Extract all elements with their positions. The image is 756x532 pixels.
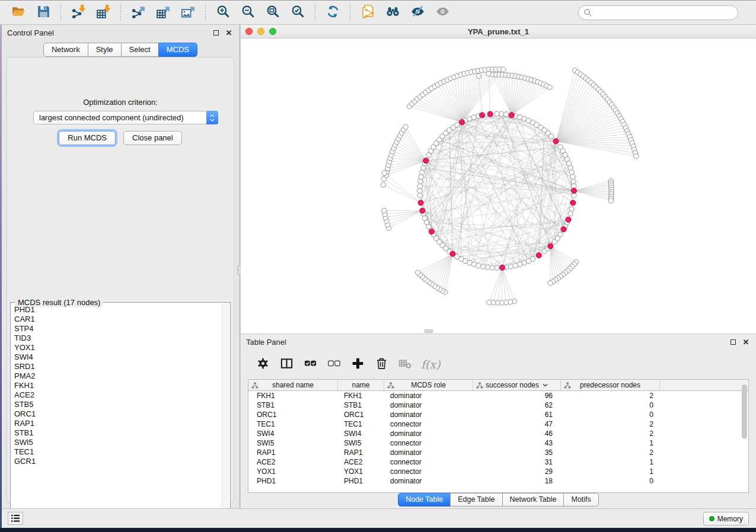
zoom-in-button[interactable] [213, 4, 233, 21]
zoom-out-button[interactable] [238, 4, 258, 21]
delete-table-button[interactable] [395, 355, 415, 374]
delete-table-icon [398, 357, 412, 373]
import-table-button[interactable] [93, 4, 113, 21]
mcds-result-item[interactable]: GCR1 [14, 457, 221, 466]
tab-edge-table[interactable]: Edge Table [450, 493, 502, 507]
mcds-result-item[interactable]: SWI4 [14, 352, 221, 362]
cell-successor-nodes: 18 [473, 476, 561, 486]
tab-select[interactable]: Select [121, 43, 159, 57]
table-row[interactable]: FKH1FKH1dominator962 [248, 391, 748, 400]
mcds-result-item[interactable]: STB1 [14, 428, 221, 438]
zoom-selected-icon [291, 4, 305, 21]
mcds-result-item[interactable]: SRD1 [14, 362, 221, 371]
mcds-result-item[interactable]: TEC1 [14, 447, 221, 457]
tab-node-table[interactable]: Node Table [398, 493, 451, 507]
run-mcds-button[interactable]: Run MCDS [59, 131, 116, 145]
mcds-result-item[interactable]: ORC1 [14, 409, 221, 419]
mcds-result-item[interactable]: RAP1 [14, 419, 221, 428]
column-header-name[interactable]: name [338, 380, 384, 390]
optimization-criterion-select[interactable]: largest connected component (undirected) [33, 111, 218, 124]
show-all-button[interactable] [432, 4, 452, 21]
column-header-shared-name[interactable]: shared name [248, 380, 338, 390]
task-history-button[interactable] [8, 512, 23, 525]
cell-predecessor-nodes: 2 [561, 391, 660, 400]
mcds-result-item[interactable]: PHD1 [14, 305, 221, 315]
table-row[interactable]: RAP1RAP1dominator352 [248, 448, 748, 457]
table-row[interactable]: TEC1TEC1connector472 [248, 419, 748, 429]
table-row[interactable]: PHD1PHD1dominator180 [248, 476, 748, 486]
zoom-selected-button[interactable] [288, 4, 308, 21]
column-header-predecessor-nodes[interactable]: predecessor nodes [561, 380, 660, 390]
hide-selected-button[interactable] [407, 4, 428, 21]
tab-motifs[interactable]: Motifs [563, 493, 598, 507]
binoculars-icon [385, 4, 400, 21]
tab-mcds[interactable]: MCDS [158, 43, 197, 57]
delete-column-button[interactable] [371, 355, 391, 374]
main-toolbar [0, 0, 756, 25]
tab-network[interactable]: Network [43, 43, 88, 57]
checked-boxes-icon [304, 357, 317, 373]
search-input[interactable] [592, 7, 738, 19]
tab-style[interactable]: Style [88, 43, 122, 57]
export-image-button[interactable] [178, 4, 198, 21]
open-file-button[interactable] [8, 4, 28, 21]
search-icon [583, 8, 592, 17]
table-scrollbar[interactable] [742, 384, 747, 439]
zoom-fit-button[interactable] [263, 4, 283, 21]
mcds-list-scrollbar[interactable] [222, 303, 229, 519]
network-canvas[interactable] [241, 39, 756, 334]
unselect-all-columns-button[interactable] [324, 355, 344, 374]
mcds-result-item[interactable]: TID3 [14, 334, 221, 343]
column-header-MCDS-role[interactable]: MCDS role [384, 380, 473, 390]
table-row[interactable]: SWI5SWI5connector431 [248, 438, 748, 448]
table-row[interactable]: ACE2ACE2connector311 [248, 457, 748, 467]
float-panel-button[interactable] [211, 28, 221, 37]
cell-successor-nodes: 62 [473, 400, 561, 410]
mcds-result-item[interactable]: STP4 [14, 324, 221, 334]
mcds-result-item[interactable]: SWI5 [14, 438, 221, 447]
table-row[interactable]: STB1STB1dominator620 [248, 400, 748, 410]
refresh-arrows-icon [326, 4, 340, 21]
export-network-button[interactable] [128, 4, 148, 21]
export-table-button[interactable] [153, 4, 173, 21]
cell-name: RAP1 [338, 448, 384, 457]
cytoscape-window: Control Panel ✕ NetworkStyleSelectMCDS O… [0, 0, 756, 528]
mcds-result-item[interactable]: YOX1 [14, 343, 221, 352]
close-table-panel-button[interactable]: ✕ [741, 337, 751, 347]
import-network-icon [71, 4, 86, 21]
cell-MCDS-role: dominator [384, 400, 473, 410]
table-row[interactable]: SWI4SWI4dominator462 [248, 429, 748, 438]
mcds-result-item[interactable]: PMA2 [14, 371, 221, 381]
mcds-result-item[interactable]: FKH1 [14, 381, 221, 390]
mcds-result-item[interactable]: ACE2 [14, 390, 221, 400]
mcds-result-item[interactable]: STB5 [14, 400, 221, 409]
floppy-save-icon [36, 4, 51, 21]
save-session-button[interactable] [33, 4, 53, 21]
mcds-result-item[interactable]: CAR1 [14, 315, 221, 324]
close-mcds-panel-button[interactable]: Close panel [123, 131, 182, 145]
table-row[interactable]: ORC1ORC1dominator610 [248, 410, 748, 419]
table-row[interactable]: YOX1YOX1connector291 [248, 467, 748, 476]
table-settings-button[interactable] [253, 355, 273, 374]
new-network-from-selection-button[interactable] [358, 4, 378, 21]
table-tabbar: Node TableEdge TableNetwork TableMotifs [241, 493, 756, 507]
import-network-button[interactable] [68, 4, 88, 21]
control-panel-title: Control Panel [7, 28, 54, 37]
table-splitter-handle[interactable] [425, 329, 433, 333]
select-all-columns-button[interactable] [300, 355, 320, 374]
add-column-button[interactable] [347, 355, 368, 374]
desktop-wallpaper-edge [0, 25, 2, 528]
apply-layout-button[interactable] [323, 4, 343, 21]
search-network-button[interactable] [382, 4, 403, 21]
float-table-panel-button[interactable] [728, 337, 738, 347]
split-panel-button[interactable] [276, 355, 296, 374]
tab-network-table[interactable]: Network Table [502, 493, 564, 507]
memory-button[interactable]: Memory [703, 512, 749, 525]
column-header-successor-nodes[interactable]: successor nodes [473, 380, 561, 390]
function-builder-button[interactable]: f(x) [419, 358, 441, 371]
cell-shared-name: SWI5 [248, 438, 338, 448]
split-panel-icon [280, 357, 294, 373]
close-panel-button[interactable]: ✕ [224, 28, 234, 37]
cell-shared-name: ORC1 [248, 410, 338, 419]
eye-slash-icon [410, 4, 425, 21]
